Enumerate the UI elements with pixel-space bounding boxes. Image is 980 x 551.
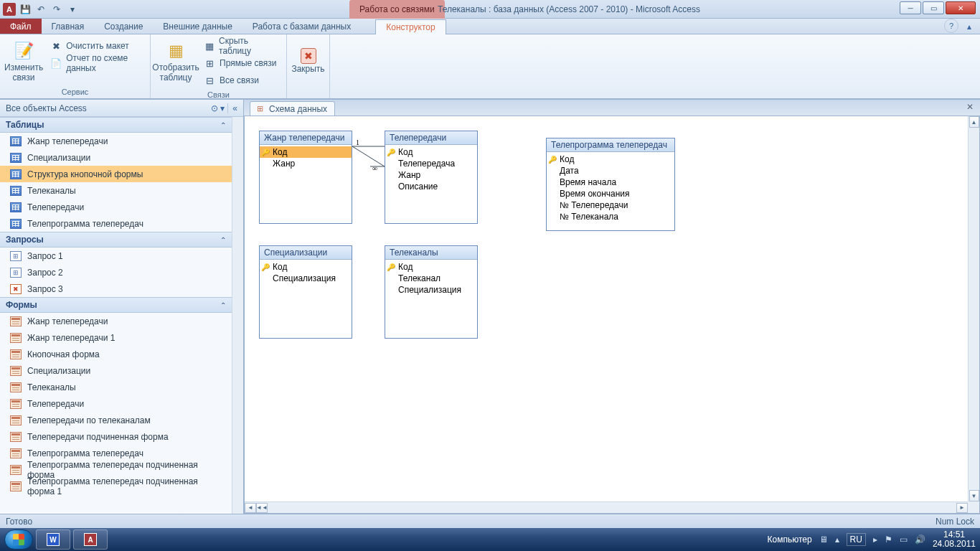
network-icon[interactable]: ▭ [900, 534, 908, 545]
canvas-vertical-scrollbar[interactable]: ▲ ▼ [968, 116, 979, 501]
table-field[interactable]: Телеканал [385, 273, 477, 284]
scroll-left-icon[interactable]: ◄◄ [256, 503, 268, 513]
nav-table-item[interactable]: Жанр телепередачи [0, 133, 232, 149]
minimize-button[interactable]: ─ [900, 1, 921, 14]
table-field[interactable]: Телепередача [385, 158, 477, 169]
edit-relations-button[interactable]: 📝 Изменить связи [4, 37, 43, 85]
nav-table-item[interactable]: Телепередачи [0, 199, 232, 215]
flag-icon[interactable]: ⚑ [885, 534, 892, 545]
nav-table-item[interactable]: Специализации [0, 149, 232, 166]
document-close-icon[interactable]: ✕ [964, 101, 976, 113]
table-field[interactable]: 🔑Код [260, 261, 352, 273]
scroll-left-icon[interactable]: ◄ [245, 503, 256, 513]
close-button[interactable]: ✕ [946, 1, 976, 14]
nav-table-item[interactable]: Телепрограмма телепередач [0, 215, 232, 232]
language-indicator[interactable]: RU [847, 533, 866, 546]
taskbar-clock[interactable]: 14:51 24.08.2011 [933, 530, 976, 549]
table-box-shows[interactable]: Телепередачи 🔑Код Телепередача Жанр Опис… [385, 131, 478, 224]
nav-form-item[interactable]: Телеканалы [0, 379, 232, 395]
nav-pane-header[interactable]: Все объекты Access ⊙ ▾ « [0, 100, 243, 117]
tab-database-tools[interactable]: Работа с базами данных [242, 19, 361, 34]
tab-home[interactable]: Главная [42, 19, 95, 34]
relationships-canvas[interactable]: 1 ∞ 1∞ 1∞ 1∞ Жанр телепередачи 🔑Код Жанр… [244, 116, 980, 514]
nav-form-item[interactable]: Жанр телепередачи 1 [0, 329, 232, 346]
chevron-up-icon[interactable]: ⌃ [220, 121, 226, 129]
table-box-channels[interactable]: Телеканалы 🔑Код Телеканал Специализация [385, 245, 478, 339]
start-button[interactable] [4, 529, 33, 550]
hide-table-button[interactable]: ▦ Скрыть таблицу [201, 39, 282, 53]
document-tab[interactable]: ⊞ Схема данных [250, 101, 335, 116]
help-icon[interactable]: ? [944, 19, 958, 33]
table-field[interactable]: 🔑Код [547, 154, 674, 165]
clear-layout-button[interactable]: ✖ Очистить макет [47, 39, 146, 53]
close-relations-button[interactable]: ✖ Закрыть [291, 37, 325, 85]
table-field[interactable]: № Телепередачи [547, 199, 674, 211]
nav-group-tables[interactable]: Таблицы ⌃ [0, 117, 232, 133]
nav-group-queries[interactable]: Запросы ⌃ [0, 232, 232, 248]
volume-icon[interactable]: 🔊 [915, 534, 925, 545]
table-field[interactable]: Описание [385, 181, 477, 192]
scroll-up-icon[interactable]: ▲ [969, 116, 979, 128]
save-icon[interactable]: 💾 [19, 3, 32, 16]
undo-icon[interactable]: ↶ [34, 3, 47, 16]
table-field[interactable]: Дата [547, 165, 674, 176]
canvas-horizontal-scrollbar[interactable]: ◄ ◄◄ ► [245, 501, 968, 513]
nav-table-item[interactable]: Структура кнопочной формы [0, 166, 232, 182]
tab-design[interactable]: Конструктор [375, 19, 446, 34]
nav-group-forms[interactable]: Формы ⌃ [0, 297, 232, 313]
taskbar-word-button[interactable]: W [36, 529, 70, 550]
table-field[interactable]: № Телеканала [547, 211, 674, 222]
maximize-button[interactable]: ▭ [923, 1, 944, 14]
nav-table-item[interactable]: Телеканалы [0, 182, 232, 199]
table-field[interactable]: Жанр [385, 169, 477, 181]
nav-form-item[interactable]: Жанр телепередачи [0, 313, 232, 329]
relation-report-button[interactable]: 📄 Отчет по схеме данных [47, 56, 146, 70]
table-box-spec[interactable]: Специализации 🔑Код Специализация [259, 245, 352, 339]
table-field[interactable]: Специализация [385, 284, 477, 296]
nav-query-item[interactable]: Запрос 3 [0, 281, 232, 297]
tray-computer-icon[interactable]: 🖥 [819, 534, 828, 545]
tray-computer-label[interactable]: Компьютер [767, 534, 811, 545]
show-table-button[interactable]: ▦ Отобразить таблицу [155, 37, 197, 85]
table-icon [10, 202, 22, 212]
tab-file[interactable]: Файл [0, 19, 42, 34]
nav-form-item[interactable]: Кнопочная форма [0, 346, 232, 362]
table-field[interactable]: Время начала [547, 176, 674, 188]
qat-dropdown-icon[interactable]: ▾ [66, 3, 79, 16]
nav-query-item[interactable]: Запрос 2 [0, 264, 232, 281]
access-app-icon[interactable]: A [3, 3, 16, 16]
nav-item-label: Телеканалы [27, 186, 76, 196]
taskbar-access-button[interactable]: A [73, 529, 108, 550]
tray-action-center-icon[interactable]: ▸ [873, 534, 877, 545]
table-box-genre[interactable]: Жанр телепередачи 🔑Код Жанр [259, 131, 352, 224]
nav-scrollbar[interactable] [232, 117, 243, 514]
table-field[interactable]: 🔑Код [385, 146, 477, 158]
nav-item-label: Жанр телепередачи [27, 316, 108, 326]
query-icon [10, 251, 22, 261]
chevron-up-icon[interactable]: ⌃ [220, 301, 226, 309]
table-field[interactable]: Специализация [260, 273, 352, 284]
table-box-schedule[interactable]: Телепрограмма телепередач 🔑Код Дата Врем… [546, 138, 675, 231]
table-field[interactable]: 🔑Код [260, 146, 352, 158]
chevron-up-icon[interactable]: ⌃ [220, 236, 226, 244]
nav-form-item[interactable]: Телепередачи [0, 395, 232, 412]
nav-collapse-icon[interactable]: « [227, 103, 237, 113]
nav-search-dropdown-icon[interactable]: ⊙ ▾ [211, 103, 225, 113]
redo-icon[interactable]: ↷ [50, 3, 63, 16]
nav-form-item[interactable]: Телепередачи по телеканалам [0, 412, 232, 428]
tray-chevron-icon[interactable]: ▴ [835, 534, 839, 545]
tab-create[interactable]: Создание [94, 19, 153, 34]
nav-form-item[interactable]: Телепрограмма телепередач подчиненная фо… [0, 478, 232, 494]
table-field[interactable]: Жанр [260, 158, 352, 169]
scroll-down-icon[interactable]: ▼ [969, 490, 979, 501]
all-relations-button[interactable]: ⊟ Все связи [201, 73, 282, 88]
nav-form-item[interactable]: Телепередачи подчиненная форма [0, 428, 232, 445]
table-field[interactable]: Время окончания [547, 188, 674, 199]
scroll-right-icon[interactable]: ► [956, 503, 968, 513]
direct-relations-button[interactable]: ⊞ Прямые связи [201, 56, 282, 70]
table-field[interactable]: 🔑Код [385, 261, 477, 273]
nav-form-item[interactable]: Специализации [0, 362, 232, 379]
ribbon-expand-icon[interactable]: ▴ [963, 19, 976, 34]
nav-query-item[interactable]: Запрос 1 [0, 248, 232, 264]
tab-external-data[interactable]: Внешние данные [153, 19, 242, 34]
